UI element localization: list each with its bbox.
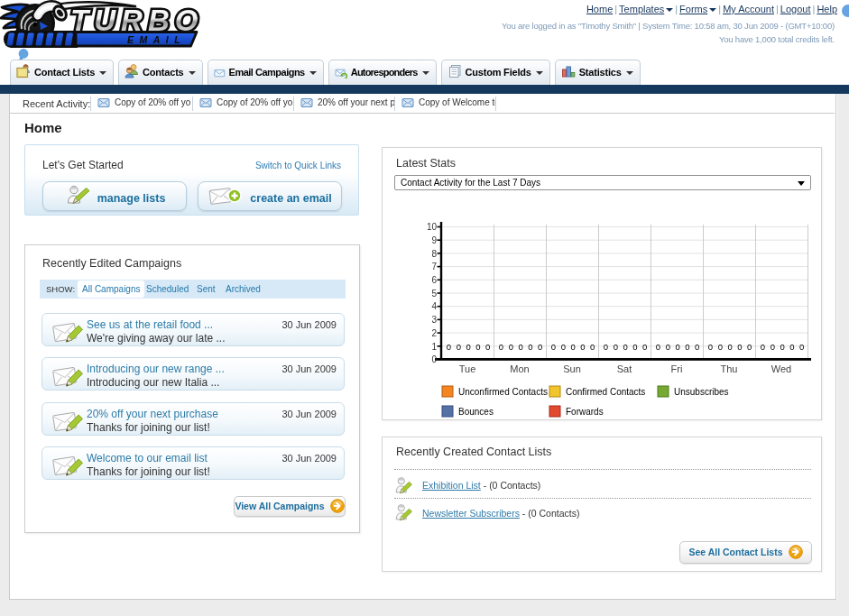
svg-text:0: 0: [737, 342, 742, 352]
svg-text:0: 0: [447, 342, 451, 352]
svg-text:0: 0: [718, 342, 723, 352]
svg-text:0: 0: [538, 342, 542, 352]
svg-text:6: 6: [431, 275, 437, 285]
svg-text:7: 7: [431, 262, 437, 271]
svg-text:0: 0: [561, 342, 566, 352]
svg-text:0: 0: [747, 342, 752, 352]
svg-text:1: 1: [431, 342, 437, 352]
svg-text:0: 0: [695, 342, 699, 352]
svg-text:Sun: Sun: [563, 363, 581, 374]
svg-text:0: 0: [518, 342, 522, 352]
svg-text:8: 8: [431, 249, 437, 259]
svg-text:0: 0: [431, 354, 437, 364]
svg-text:Mon: Mon: [510, 363, 529, 374]
svg-text:0: 0: [570, 342, 575, 352]
svg-text:0: 0: [475, 342, 480, 352]
svg-text:10: 10: [427, 222, 438, 232]
svg-text:0: 0: [466, 342, 470, 352]
svg-text:Forwards: Forwards: [566, 407, 604, 417]
svg-text:0: 0: [499, 342, 503, 352]
svg-text:Bounces: Bounces: [458, 407, 494, 417]
svg-text:0: 0: [656, 342, 660, 352]
svg-text:Wed: Wed: [771, 363, 791, 374]
svg-text:Fri: Fri: [671, 363, 683, 374]
svg-text:0: 0: [509, 342, 513, 352]
svg-text:Thu: Thu: [721, 363, 738, 374]
svg-text:0: 0: [528, 342, 532, 352]
svg-text:0: 0: [623, 342, 627, 352]
svg-text:Unconfirmed Contacts: Unconfirmed Contacts: [458, 387, 548, 397]
svg-text:0: 0: [727, 342, 732, 352]
svg-text:0: 0: [642, 342, 647, 352]
svg-text:0: 0: [614, 342, 618, 352]
svg-text:0: 0: [708, 342, 713, 352]
svg-text:0: 0: [551, 342, 556, 352]
svg-text:9: 9: [431, 235, 437, 245]
svg-text:0: 0: [590, 342, 595, 352]
svg-text:0: 0: [457, 342, 461, 352]
svg-text:2: 2: [431, 328, 437, 338]
svg-text:0: 0: [580, 342, 585, 352]
svg-text:0: 0: [666, 342, 670, 352]
svg-text:0: 0: [632, 342, 637, 352]
svg-text:0: 0: [675, 342, 679, 352]
svg-text:0: 0: [780, 342, 784, 352]
svg-text:0: 0: [685, 342, 689, 352]
svg-text:Sat: Sat: [617, 363, 632, 374]
svg-text:Tue: Tue: [459, 363, 476, 374]
svg-text:Confirmed Contacts: Confirmed Contacts: [566, 387, 645, 397]
svg-text:0: 0: [604, 342, 608, 352]
svg-text:0: 0: [799, 342, 804, 352]
svg-text:3: 3: [431, 315, 437, 325]
svg-text:0: 0: [761, 342, 765, 352]
svg-text:0: 0: [771, 342, 775, 352]
svg-text:0: 0: [485, 342, 490, 352]
svg-text:5: 5: [431, 289, 437, 299]
svg-text:0: 0: [789, 342, 794, 352]
svg-text:Unsubscribes: Unsubscribes: [674, 387, 729, 397]
svg-text:4: 4: [431, 301, 437, 311]
